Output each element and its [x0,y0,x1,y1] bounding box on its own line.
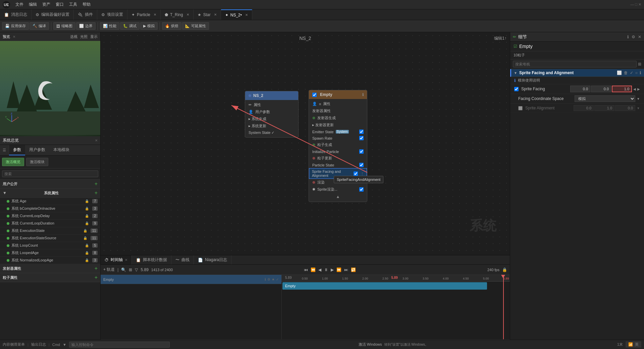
lighting-btn[interactable]: 光照 [80,34,88,39]
menu-help[interactable]: 帮助 [83,2,91,7]
ns2-sys-update[interactable]: ▸ 系统更新 [245,122,298,130]
fps-selector[interactable]: 240 fps [487,268,499,272]
empty-info-icon[interactable]: ℹ [362,93,364,97]
empty-block[interactable]: Empty [282,282,487,290]
tab-tring[interactable]: ⬟ T_Ring ✕ [161,9,194,20]
timeline-tab-scripts[interactable]: 📋 脚本统计数据 [132,255,171,264]
section-delete-icon[interactable]: 🗑 [624,70,628,75]
emitter-state-cb[interactable] [359,130,364,134]
timeline-tab-niagara-log[interactable]: 📄 Niagara日志 [194,255,231,264]
simulate-btn[interactable]: ▶ 模拟 [140,22,158,30]
tab-ns2[interactable]: ✦ NS_2• ✕ [221,9,252,20]
go-start-btn[interactable]: ⏮ [304,267,308,272]
prev-frame-btn[interactable]: ⏪ [311,267,316,272]
sprite-facing-cb[interactable] [354,171,358,176]
user-public-group[interactable]: 用户公开 + [0,180,100,189]
menu-tools[interactable]: 工具 [69,2,77,7]
sprite-facing-y[interactable]: 0.0 [591,86,611,92]
sprite-facing-check[interactable] [514,87,519,91]
timeline-close[interactable]: ✕ [125,258,127,262]
empty-emitter-update[interactable]: ▸ 发射器更新 [309,121,367,129]
display-btn[interactable]: 显示 [90,34,98,39]
bake-btn[interactable]: 🔥 烘焙 [162,22,181,30]
empty-attr[interactable]: 👤 ≡ 属性 [309,100,367,107]
thumbnail-btn[interactable]: 🖼 缩略图 [53,22,75,30]
ns2-attribute[interactable]: ✏ 属性 [245,101,298,108]
sprite-facing-x[interactable]: 0.0 [570,86,590,92]
facing-coord-dropdown[interactable]: ▼ [637,97,640,101]
timeline-tab-curves[interactable]: 〜 曲线 [171,255,194,264]
empty-emitter-spawn-group[interactable]: ⊕ 发射器生成 [309,114,367,121]
tab-star[interactable]: ★ Star ✕ [194,9,221,20]
menu-window[interactable]: 窗口 [56,2,64,7]
view-select-btn[interactable]: 选视 [70,34,77,39]
timeline-ruler[interactable]: 5.89 5.89 0.50 1.00 1.50 2.00 2.50 3.00 … [282,275,510,339]
scalability-btn[interactable]: 📐 可延展性 [182,22,209,30]
save-btn[interactable]: 💾 应用保存 [2,22,29,30]
empty-spawn-rate[interactable]: Spawn Rate [309,135,367,141]
timeline-tab-timeline[interactable]: ⏱ 时间轴 ✕ [101,255,132,264]
activate-overview-btn[interactable]: 激活概览 [2,158,24,166]
details-search-input[interactable] [513,61,637,67]
empty-init-particle[interactable]: Initialize Particle [309,148,367,155]
next-frame-btn[interactable]: ⏩ [336,267,341,272]
particle-attrs-add[interactable]: + [95,275,98,281]
loop-btn[interactable]: 🔁 [351,267,356,272]
tab-plugins[interactable]: 🔌 插件 [74,9,97,20]
params-tab-user[interactable]: 用户参数 [25,145,49,155]
spawn-rate-cb[interactable] [359,136,364,140]
tab-particle[interactable]: ✦ Particle ✕ [127,9,161,20]
track-star-icon[interactable]: ⚙ [267,278,270,281]
params-tab-params[interactable]: 参数 [9,145,25,155]
pause-btn[interactable]: ⏸ [324,267,328,272]
section-uncheck-icon[interactable]: ○ [635,70,638,75]
filter-btn[interactable]: ⊞ [129,267,132,272]
system-overview-close[interactable]: ✕ [95,139,98,142]
track-pin-icon[interactable]: ★ [272,278,275,281]
activate-module-btn[interactable]: 激活模块 [26,158,48,166]
cmd-input[interactable] [69,342,170,348]
params-tab-local[interactable]: 本地模块 [49,145,73,155]
prev-btn[interactable]: ◀ [318,267,321,272]
sprite-align-y[interactable] [594,105,614,111]
playhead-line[interactable] [503,275,504,339]
empty-particle-state[interactable]: Particle State [309,162,367,168]
sprite-facing-arrow-left[interactable]: ◀ [633,87,636,91]
track-info-icon[interactable]: ℹ [265,278,266,281]
module-checkbox[interactable]: ☑ [514,44,517,49]
bounds-btn[interactable]: ⬜ 边界 [76,22,96,30]
empty-particle-gen[interactable]: ⊕ 粒子生成 [309,141,367,148]
sprite-facing-arrow-right[interactable]: ▶ [637,87,640,91]
empty-checkbox[interactable] [312,93,317,97]
details-info-icon[interactable]: ℹ [627,35,629,39]
empty-track[interactable]: Empty ℹ ⚙ ★ ✓ [101,275,281,284]
debug-btn[interactable]: 🐛 调试 [120,22,140,30]
filter2-btn[interactable]: ▽ [135,267,138,272]
perf-btn[interactable]: 📊 性能 [100,22,119,30]
section-check-icon[interactable]: ✓ [630,70,633,75]
empty-expand[interactable]: ▲ [309,193,367,200]
node-graph[interactable]: NS_2 编辑1↑ NS_2 ✏ 属性 👤 用户参数 ▸ 系统生成 ▸ [101,32,510,255]
search-track-btn[interactable]: 🔍 [121,267,126,272]
tab-editor-prefs[interactable]: ⚙ 编辑器偏好设置 [32,9,74,20]
tab-project-settings[interactable]: ⚙ 项目设置 [97,9,127,20]
lock-btn[interactable]: 🔒 [502,267,507,272]
params-search-input[interactable] [2,170,98,177]
ns2-user-params[interactable]: 👤 用户参数 [245,108,298,115]
compile-btn[interactable]: 🔨 编译 [30,22,49,30]
tray-net[interactable]: 📶 [628,342,633,347]
empty-sprite-renderer[interactable]: ✱ Sprite渲染... [309,186,367,193]
empty-emitter-attrs[interactable]: 发射器属性 [309,107,367,114]
sprite-align-z[interactable] [615,105,635,111]
ns2-state[interactable]: System State ✓ [245,130,298,136]
system-props-group[interactable]: ▼ 系统属性 + [0,189,100,198]
empty-emitter-state[interactable]: Emitter State System [309,129,367,135]
go-end-btn[interactable]: ⏭ [344,267,348,272]
tab-message-log[interactable]: 📋 消息日志 [0,9,32,20]
user-public-add[interactable]: + [95,181,98,187]
details-close-icon[interactable]: ✕ [638,35,641,39]
next-btn[interactable]: ▶ [331,267,334,272]
menu-assets[interactable]: 资产 [42,2,50,7]
sprite-align-dropdown[interactable]: ▼ [637,106,640,110]
section-info-icon[interactable]: ℹ [640,70,641,75]
